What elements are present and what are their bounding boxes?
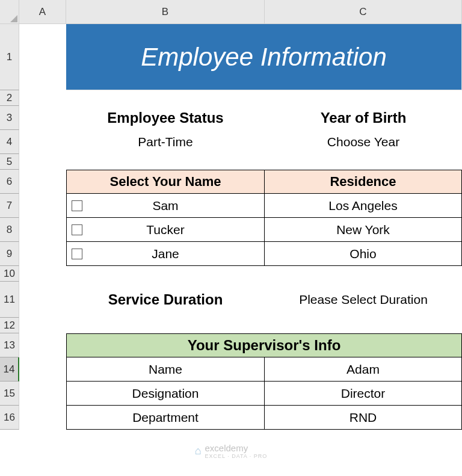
service-duration-value[interactable]: Please Select Duration	[265, 282, 462, 318]
cell-a6[interactable]	[19, 170, 66, 194]
select-name-header[interactable]: Select Your Name	[66, 170, 265, 194]
cell-b12[interactable]	[66, 318, 265, 333]
cell-a1[interactable]	[19, 24, 66, 90]
employee-status-value[interactable]: Part-Time	[66, 130, 265, 154]
sup-key-2[interactable]: Designation	[66, 382, 265, 406]
cell-a15[interactable]	[19, 382, 66, 406]
cell-a7[interactable]	[19, 194, 66, 218]
row-header-10[interactable]: 10	[0, 266, 19, 282]
cell-b10[interactable]	[66, 266, 265, 282]
name-label: Sam	[152, 199, 178, 213]
row-header-12[interactable]: 12	[0, 318, 19, 333]
watermark-sub: EXCEL · DATA · PRO	[205, 453, 268, 459]
service-duration-header[interactable]: Service Duration	[66, 282, 265, 318]
cell-a2[interactable]	[19, 90, 66, 106]
cell-c10[interactable]	[265, 266, 462, 282]
row-header-14[interactable]: 14	[0, 357, 19, 382]
name-row-3[interactable]: Jane	[66, 242, 265, 266]
checkbox-icon[interactable]	[72, 249, 82, 259]
cell-a10[interactable]	[19, 266, 66, 282]
year-of-birth-value[interactable]: Choose Year	[265, 130, 462, 154]
employee-status-header[interactable]: Employee Status	[66, 106, 265, 130]
row-header-8[interactable]: 8	[0, 218, 19, 242]
row-header-4[interactable]: 4	[0, 130, 19, 154]
cell-b2[interactable]	[66, 90, 265, 106]
name-row-2[interactable]: Tucker	[66, 218, 265, 242]
cell-a12[interactable]	[19, 318, 66, 333]
cell-c5[interactable]	[265, 154, 462, 170]
select-all-corner[interactable]	[0, 0, 19, 24]
name-row-1[interactable]: Sam	[66, 194, 265, 218]
row-header-2[interactable]: 2	[0, 90, 19, 106]
residence-header[interactable]: Residence	[265, 170, 462, 194]
cell-a16[interactable]	[19, 406, 66, 430]
row-header-11[interactable]: 11	[0, 282, 19, 318]
row-header-7[interactable]: 7	[0, 194, 19, 218]
cell-a11[interactable]	[19, 282, 66, 318]
row-header-9[interactable]: 9	[0, 242, 19, 266]
cell-c12[interactable]	[265, 318, 462, 333]
col-header-a[interactable]: A	[19, 0, 66, 24]
sup-key-1[interactable]: Name	[66, 357, 265, 382]
row-header-13[interactable]: 13	[0, 333, 19, 357]
checkbox-icon[interactable]	[72, 200, 82, 211]
row-header-1[interactable]: 1	[0, 24, 19, 90]
sup-key-3[interactable]: Department	[66, 406, 265, 430]
residence-row-3[interactable]: Ohio	[265, 242, 462, 266]
name-label: Jane	[152, 247, 179, 261]
sup-val-3[interactable]: RND	[265, 406, 462, 430]
watermark-text: exceldemy	[205, 443, 248, 453]
cell-a8[interactable]	[19, 218, 66, 242]
watermark: ⌂ exceldemy EXCEL · DATA · PRO	[195, 443, 268, 459]
sup-val-2[interactable]: Director	[265, 382, 462, 406]
col-header-c[interactable]: C	[265, 0, 462, 24]
cell-a3[interactable]	[19, 106, 66, 130]
cell-c2[interactable]	[265, 90, 462, 106]
name-label: Tucker	[146, 223, 184, 237]
cell-a9[interactable]	[19, 242, 66, 266]
residence-row-1[interactable]: Los Angeles	[265, 194, 462, 218]
house-icon: ⌂	[195, 445, 202, 457]
year-of-birth-header[interactable]: Year of Birth	[265, 106, 462, 130]
cell-a4[interactable]	[19, 130, 66, 154]
row-header-3[interactable]: 3	[0, 106, 19, 130]
row-header-5[interactable]: 5	[0, 154, 19, 170]
row-header-16[interactable]: 16	[0, 406, 19, 430]
col-header-b[interactable]: B	[66, 0, 265, 24]
checkbox-icon[interactable]	[72, 224, 82, 235]
cell-b5[interactable]	[66, 154, 265, 170]
residence-row-2[interactable]: New York	[265, 218, 462, 242]
supervisor-header[interactable]: Your Supervisor's Info	[66, 333, 462, 357]
cell-a14[interactable]	[19, 357, 66, 382]
title-banner[interactable]: Employee Information	[66, 24, 462, 90]
cell-a13[interactable]	[19, 333, 66, 357]
row-header-15[interactable]: 15	[0, 382, 19, 406]
spreadsheet-grid: A B C 1 Employee Information 2 3 Employe…	[0, 0, 462, 430]
sup-val-1[interactable]: Adam	[265, 357, 462, 382]
row-header-6[interactable]: 6	[0, 170, 19, 194]
cell-a5[interactable]	[19, 154, 66, 170]
